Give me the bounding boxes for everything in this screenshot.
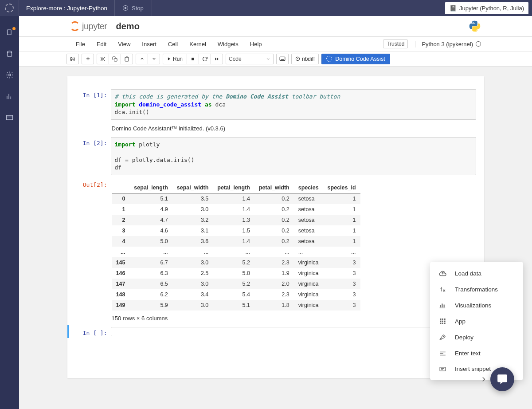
output-prompt-blank bbox=[72, 123, 111, 134]
menu-kernel[interactable]: Kernel bbox=[184, 41, 212, 47]
move-up-button[interactable] bbox=[136, 54, 148, 64]
assist-deploy[interactable]: Deploy bbox=[430, 329, 523, 346]
assist-load-data[interactable]: Load data bbox=[430, 265, 523, 281]
stop-button[interactable]: Stop bbox=[115, 0, 152, 16]
table-row: ..................... bbox=[112, 247, 360, 257]
jupyter-logo[interactable]: jupyter bbox=[70, 21, 107, 31]
notebook-name[interactable]: demo bbox=[116, 21, 140, 31]
svg-rect-3 bbox=[6, 115, 12, 120]
svg-rect-27 bbox=[439, 308, 445, 308]
table-row: 05.13.51.40.2setosa1 bbox=[112, 193, 360, 204]
kernel-tab-label: Jupyter (Python, R, Julia) bbox=[459, 5, 524, 12]
python-logo-icon bbox=[469, 20, 481, 32]
assist-app[interactable]: App bbox=[430, 313, 523, 329]
table-row: 1495.93.05.11.8virginica3 bbox=[112, 300, 360, 311]
data-icon[interactable] bbox=[6, 50, 14, 58]
svg-rect-34 bbox=[440, 322, 441, 324]
svg-rect-0 bbox=[8, 30, 12, 35]
table-row: 1456.73.05.22.3virginica3 bbox=[112, 257, 360, 268]
files-icon[interactable] bbox=[6, 28, 14, 36]
fx-icon bbox=[438, 286, 447, 293]
bar-chart-icon bbox=[438, 302, 447, 309]
svg-marker-14 bbox=[168, 57, 170, 60]
run-button[interactable]: Run bbox=[163, 54, 187, 64]
svg-point-37 bbox=[443, 336, 444, 337]
svg-rect-24 bbox=[440, 305, 441, 307]
notebook-header: jupyter demo bbox=[19, 16, 532, 37]
code-cell-1[interactable]: In [1]: # this code is generated by the … bbox=[67, 87, 484, 122]
menu-file[interactable]: File bbox=[70, 41, 91, 47]
code-input[interactable] bbox=[111, 327, 476, 336]
nbdiff-button[interactable]: nbdiff bbox=[291, 54, 319, 64]
app-logo[interactable] bbox=[0, 0, 19, 16]
kernel-tab[interactable]: 📓 Jupyter (Python, R, Julia) bbox=[445, 2, 528, 14]
input-prompt: In [ ]: bbox=[72, 327, 111, 336]
output-text: Domino Code Assistant™ initialized. (v0.… bbox=[111, 123, 476, 134]
svg-line-10 bbox=[103, 59, 105, 61]
menu-view[interactable]: View bbox=[112, 41, 136, 47]
jupyter-icon bbox=[70, 21, 80, 31]
menu-cell[interactable]: Cell bbox=[162, 41, 184, 47]
code-input[interactable]: import plotly df = plotly.data.iris() df bbox=[111, 137, 476, 175]
assist-transformations[interactable]: Transformations bbox=[430, 281, 523, 297]
paste-button[interactable] bbox=[121, 54, 133, 64]
save-button[interactable] bbox=[66, 54, 79, 64]
code-cell-2[interactable]: In [2]: import plotly df = plotly.data.i… bbox=[67, 135, 484, 177]
cut-button[interactable] bbox=[97, 54, 109, 64]
output-cell-2: Out[2]: sepal_lengthsepal_widthpetal_len… bbox=[67, 177, 484, 325]
assist-enter-text[interactable]: Enter text bbox=[430, 346, 523, 361]
code-cell-empty[interactable]: In [ ]: bbox=[67, 325, 484, 338]
menu-widgets[interactable]: Widgets bbox=[212, 41, 244, 47]
rocket-icon bbox=[438, 334, 447, 341]
kernel-indicator[interactable]: Python 3 (ipykernel) bbox=[415, 41, 481, 47]
interrupt-button[interactable] bbox=[187, 54, 199, 64]
insert-cell-button[interactable] bbox=[82, 54, 94, 64]
jupyter-word: jupyter bbox=[82, 21, 107, 31]
table-row: 34.63.11.50.2setosa1 bbox=[112, 225, 360, 236]
jupyter-mini-icon: 📓 bbox=[450, 5, 457, 12]
command-palette-button[interactable] bbox=[276, 54, 289, 64]
code-assist-button[interactable]: Domino Code Assist bbox=[321, 54, 390, 64]
input-prompt: In [2]: bbox=[72, 137, 111, 175]
table-row: 24.73.21.30.2setosa1 bbox=[112, 215, 360, 225]
copy-button[interactable] bbox=[109, 54, 121, 64]
menu-edit[interactable]: Edit bbox=[91, 41, 112, 47]
chat-fab[interactable] bbox=[490, 367, 514, 391]
restart-button[interactable] bbox=[199, 54, 211, 64]
svg-point-1 bbox=[8, 51, 12, 53]
collapse-arrow-icon[interactable] bbox=[480, 375, 488, 383]
table-row: 1486.23.45.42.3virginica3 bbox=[112, 289, 360, 300]
svg-rect-29 bbox=[442, 319, 443, 320]
assist-visualizations[interactable]: Visualizations bbox=[430, 297, 523, 313]
svg-point-2 bbox=[8, 74, 11, 76]
clipboard-group bbox=[97, 54, 133, 64]
svg-rect-28 bbox=[440, 319, 441, 320]
cell-type-select[interactable]: Code bbox=[226, 54, 274, 64]
code-input[interactable]: # this code is generated by the Domino C… bbox=[111, 89, 476, 120]
trusted-badge[interactable]: Trusted bbox=[383, 39, 408, 48]
menu-insert[interactable]: Insert bbox=[136, 41, 162, 47]
run-label: Run bbox=[173, 56, 183, 62]
workspace-title[interactable]: Explore-more : Jupyter-Python bbox=[19, 0, 115, 16]
svg-rect-13 bbox=[126, 57, 128, 58]
svg-rect-30 bbox=[444, 319, 445, 320]
chat-bubble-icon bbox=[497, 374, 508, 385]
assist-menu: Load data Transformations Visualizations… bbox=[430, 262, 523, 380]
metrics-icon[interactable] bbox=[6, 92, 14, 100]
card-icon[interactable] bbox=[6, 114, 14, 122]
toolbar: Run Code nbdiff Domino Code Assist bbox=[19, 51, 532, 67]
svg-rect-18 bbox=[280, 57, 285, 60]
table-row: 1476.53.05.22.0virginica3 bbox=[112, 279, 360, 289]
settings-icon[interactable] bbox=[6, 71, 14, 79]
svg-marker-16 bbox=[215, 57, 216, 60]
svg-rect-26 bbox=[443, 305, 444, 307]
menu-help[interactable]: Help bbox=[244, 41, 268, 47]
move-down-button[interactable] bbox=[148, 54, 160, 64]
input-prompt: In [1]: bbox=[72, 89, 111, 120]
restart-run-all-button[interactable] bbox=[211, 54, 223, 64]
svg-marker-17 bbox=[217, 57, 218, 60]
svg-rect-41 bbox=[440, 367, 446, 371]
run-group: Run bbox=[163, 54, 223, 64]
assist-swirl-icon bbox=[326, 56, 332, 62]
menu-bar: File Edit View Insert Cell Kernel Widget… bbox=[19, 37, 532, 51]
